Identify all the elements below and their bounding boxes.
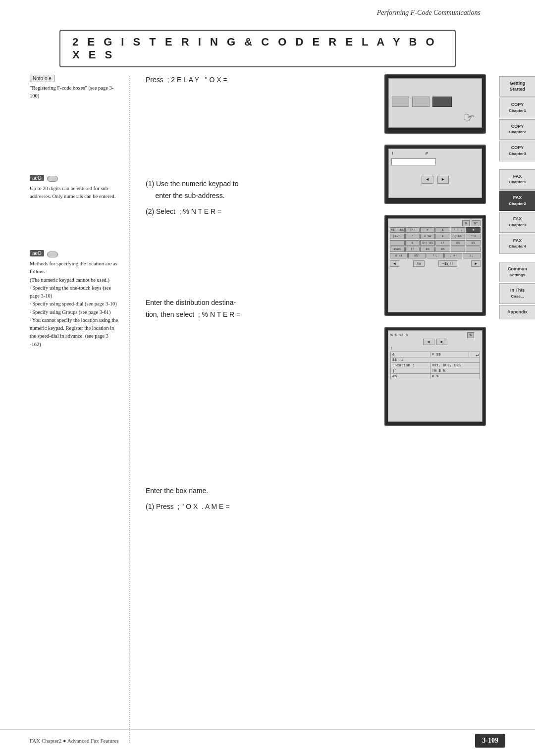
page-number: 3-109: [475, 734, 505, 748]
tab-fax-4[interactable]: FAXChapter4: [499, 234, 535, 254]
note-3-text: Methods for specifying the location are …: [30, 260, 119, 349]
right-screenshots: ☞ ! # ◄ ► % %*: [384, 74, 498, 756]
dotted-divider: // We'll generate dots via CSS trick: [124, 74, 136, 756]
center-instructions: Press ; 2 E L A Y " O X = (1) Use the nu…: [136, 74, 384, 756]
note-2-label: aeO: [30, 175, 44, 181]
step-4-section: Enter the box name. (1) Press ; " O X . …: [146, 485, 374, 614]
screenshot-3: % %* #& '!&% )'! # & ' ! , ◄ (&+'. ' # %…: [384, 215, 486, 316]
step-3-section: Enter the distribution destina-tion, the…: [146, 297, 374, 465]
note-1-text: "Registering F-code boxes" (see page 3-1…: [30, 84, 119, 101]
chapter-title-box: 2 E G I S T E R I N G & C O D E R E L A …: [59, 30, 456, 67]
chapter-title: 2 E G I S T E R I N G & C O D E R E L A …: [72, 36, 443, 61]
note-1: Noto o e "Registering F-code boxes" (see…: [30, 74, 119, 101]
left-notes-column: Noto o e "Registering F-code boxes" (see…: [30, 74, 124, 756]
tab-fax-3[interactable]: FAXChapter3: [499, 212, 535, 232]
note-3-label: aeO: [30, 250, 44, 256]
step-4-instruction-1: Enter the box name.: [146, 485, 374, 497]
screenshot-1: ☞: [384, 74, 486, 134]
page-footer: FAX Chapter2 ● Advanced Fax Features 3-1…: [0, 729, 535, 748]
note-3: aeO Methods for specifying the location …: [30, 250, 119, 349]
step-4-instruction-2: (1) Press ; " O X . A M E =: [146, 501, 374, 513]
note-1-label: Noto o e: [30, 75, 54, 82]
note-2-text: Up to 20 digits can be entered for sub-a…: [30, 185, 119, 201]
tab-fax-1[interactable]: FAXChapter1: [499, 169, 535, 190]
tab-in-this-case[interactable]: In ThisCase...: [499, 283, 535, 303]
tab-copy-2[interactable]: COPYChapter2: [499, 119, 535, 140]
step-3-instruction: Enter the distribution destina-tion, the…: [146, 297, 374, 321]
side-tabs: GettingStarted COPYChapter1 COPYChapter2…: [499, 74, 535, 756]
tab-common-settings[interactable]: CommonSettings: [499, 262, 535, 282]
page-header: Performing F-Code Communications: [0, 0, 535, 21]
screenshot-4: %%%!% % ◄ ► ! & # $$ ↵ $$'!: [384, 327, 486, 426]
step-2-section: (1) Use the numeric keypad to enter the …: [146, 178, 374, 277]
step-2-instruction-2: (2) Select ; % N T E R =: [146, 206, 374, 218]
hand-cursor-icon: ☞: [462, 109, 476, 126]
step-2-instruction-1: (1) Use the numeric keypad to enter the …: [146, 178, 374, 202]
tab-copy-3[interactable]: COPYChapter3: [499, 141, 535, 161]
step-1-section: Press ; 2 E L A Y " O X =: [146, 74, 374, 163]
tab-appendix[interactable]: Appendix: [499, 305, 535, 320]
tab-copy-1[interactable]: COPYChapter1: [499, 98, 535, 118]
screenshot-2: ! # ◄ ►: [384, 145, 486, 204]
footer-text: FAX Chapter2 ● Advanced Fax Features: [30, 738, 119, 744]
step-1-instruction: Press ; 2 E L A Y " O X =: [146, 74, 374, 86]
tab-fax-2[interactable]: FAXChapter2: [499, 191, 535, 211]
note-2: aeO Up to 20 digits can be entered for s…: [30, 175, 119, 201]
tab-getting-started[interactable]: GettingStarted: [499, 76, 535, 97]
